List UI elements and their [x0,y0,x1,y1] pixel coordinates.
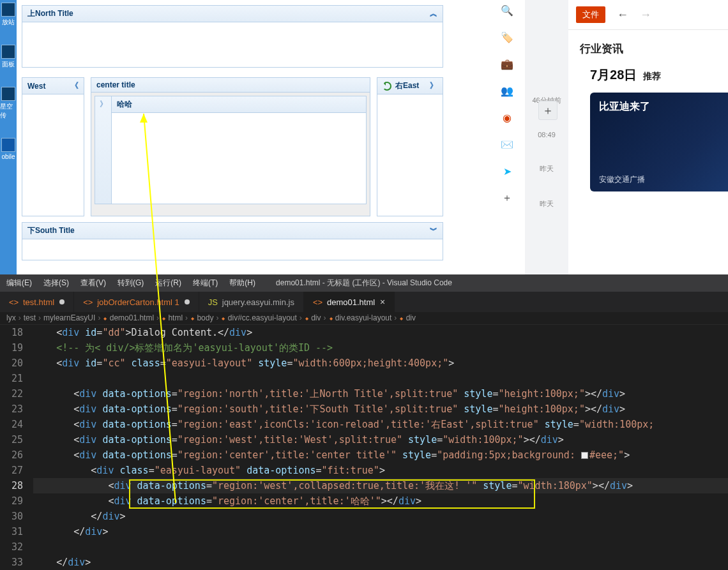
tag-icon[interactable]: 🏷️ [501,31,513,43]
center-panel-header[interactable]: center title [91,78,370,93]
editor-tab[interactable]: JSjquery.easyui.min.js [199,292,304,312]
line-number: 28 [0,478,23,493]
code-line[interactable]: <div data-options="region:'east',iconCls… [33,417,728,432]
line-number: 30 [0,509,23,524]
html-icon: ⬥ [190,313,195,322]
breadcrumb-item[interactable]: mylearnEasyUI [43,313,95,322]
menu-item[interactable]: 查看(V) [80,278,106,289]
menu-item[interactable]: 转到(G) [118,278,144,289]
code-line[interactable]: <div id="dd">Dialog Content.</div> [33,325,728,340]
desktop-icon[interactable]: 星空传 [0,87,17,120]
code-line[interactable]: </div> [33,509,728,524]
layout-east-panel: 右East 》 [377,77,443,216]
collapse-left-icon[interactable]: 《 [71,80,79,91]
code-line[interactable]: </div> [33,524,728,539]
breadcrumb-item[interactable]: lyx [6,313,16,322]
tab-filename: demo01.html [327,297,375,307]
new-tab-button[interactable]: ＋ [538,101,557,120]
breadcrumb-item[interactable]: ⬥ div#cc.easyui-layout [221,313,296,322]
layout-south-panel: 下South Title ︾ [22,222,443,260]
menu-item[interactable]: 选择(S) [43,278,69,289]
line-number: 19 [0,340,23,356]
code-line[interactable]: <div data-options="region:'west',title:'… [33,432,728,447]
north-panel-header[interactable]: 上North Title ︽ [22,6,443,22]
list-time: 昨天 [540,199,554,209]
breadcrumb-item[interactable]: ⬥ div [399,313,416,322]
breadcrumb-item[interactable]: ⬥ div [305,313,321,322]
send-icon[interactable]: ➤ [501,165,513,177]
desktop-icon[interactable]: obile [0,138,17,160]
forward-icon[interactable]: → [640,8,651,22]
line-number-gutter: 18192021222324252627282930313233 [0,325,33,570]
menu-bar: 编辑(E) 选择(S) 查看(V) 转到(G) 运行(R) 终端(T) 帮助(H… [0,274,728,292]
south-panel-header[interactable]: 下South Title ︾ [22,223,443,239]
code-line[interactable]: <div data-options="region:'north',title:… [33,386,728,401]
date-text: 7月28日 [590,68,637,82]
editor-tabs: <>test.html<>jobOrderCarton.html 1JSjque… [0,292,728,312]
inner-center-header[interactable]: 哈哈 [112,96,366,113]
html-icon: ⬥ [221,313,225,322]
inner-west-collapsed[interactable]: 》 [95,96,112,204]
code-line[interactable]: <div class="easyui-layout" data-options=… [33,463,728,478]
breadcrumb-item[interactable]: ⬥ div.easyui-layout [329,313,392,322]
people-icon[interactable]: 👥 [501,84,513,97]
editor-tab[interactable]: <>test.html [0,292,74,312]
chevron-right-icon: › [324,313,326,322]
line-number: 29 [0,493,23,509]
menu-item[interactable]: 帮助(H) [229,278,255,289]
menu-item[interactable]: 编辑(E) [6,278,32,289]
editor-tab[interactable]: <>jobOrderCarton.html 1 [74,292,199,312]
code-line[interactable]: <div data-options="region:'center',title… [33,447,728,463]
east-panel-header[interactable]: 右East 》 [377,78,443,94]
center-body: 》 哈哈 [91,93,370,216]
collapse-right-icon[interactable]: 》 [430,80,437,91]
west-panel-header[interactable]: West 《 [22,78,84,94]
menu-item[interactable]: 终端(T) [193,278,218,289]
plus-icon[interactable]: ＋ [501,191,513,204]
menu-item[interactable]: 运行(R) [155,278,181,289]
news-card[interactable]: 比亚迪来了 安徽交通广播 ••• [590,93,728,191]
outlook-icon[interactable]: ✉️ [501,138,513,151]
desktop-icon[interactable]: 面板 [0,45,17,69]
code-line[interactable]: <div data-options="region:'center',title… [33,493,728,509]
copilot-icon[interactable]: ◉ [501,111,513,124]
html-icon: ⬥ [329,313,333,322]
breadcrumb-item[interactable]: test [24,313,36,322]
layout-west-panel: West 《 [22,77,84,216]
code-editor[interactable]: 18192021222324252627282930313233 <div id… [0,325,728,570]
app-sidebar: 🔍 🏷️ 💼 👥 ◉ ✉️ ➤ ＋ [489,0,525,274]
editor-tab[interactable]: <>demo01.html× [304,292,395,312]
section-heading: 行业资讯 [568,30,728,60]
window-title: demo01.html - 无标题 (工作区) - Visual Studio … [0,278,728,289]
desktop-icon[interactable]: 放站 [0,3,17,27]
file-menu-button[interactable]: 文件 [576,6,605,23]
chevron-right-icon: › [185,313,188,322]
code-line[interactable]: <div data-options="region:'south',title:… [33,401,728,417]
desktop-icons-strip: 放站 面板 星空传 obile [0,0,17,274]
code-line[interactable]: <div id="cc" class="easyui-layout" style… [33,356,728,371]
file-icon: JS [208,297,217,306]
list-time: 昨天 [540,164,554,174]
code-line[interactable]: <div data-options="region:'west',collaps… [33,478,728,493]
back-icon[interactable]: ← [617,8,628,22]
breadcrumb-item[interactable]: ⬥ demo01.html [103,313,154,322]
search-icon[interactable]: 🔍 [501,4,513,17]
file-icon: <> [83,297,92,306]
code-area[interactable]: <div id="dd">Dialog Content.</div> <!-- … [33,325,728,570]
code-line[interactable]: <!-- 为< div/>标签增加名为'easyui-layout'的类ID -… [33,340,728,356]
html-icon: ⬥ [305,313,309,322]
close-tab-icon[interactable]: × [380,297,385,307]
chevron-right-icon: › [300,313,302,322]
breadcrumb-item[interactable]: ⬥ html [162,313,183,322]
collapse-up-icon[interactable]: ︽ [430,8,437,19]
layout-north-panel: 上North Title ︽ [22,5,443,68]
layout-center-panel: center title 》 哈哈 [91,77,370,216]
breadcrumb-item[interactable]: ⬥ body [190,313,213,322]
code-line[interactable]: </div> [33,555,728,570]
code-line[interactable] [33,371,728,386]
breadcrumb[interactable]: lyx›test›mylearnEasyUI›⬥ demo01.html›⬥ h… [0,312,728,325]
collapse-down-icon[interactable]: ︾ [430,225,437,236]
code-line[interactable] [33,539,728,555]
chevron-right-icon: › [216,313,218,322]
briefcase-icon[interactable]: 💼 [501,57,513,70]
